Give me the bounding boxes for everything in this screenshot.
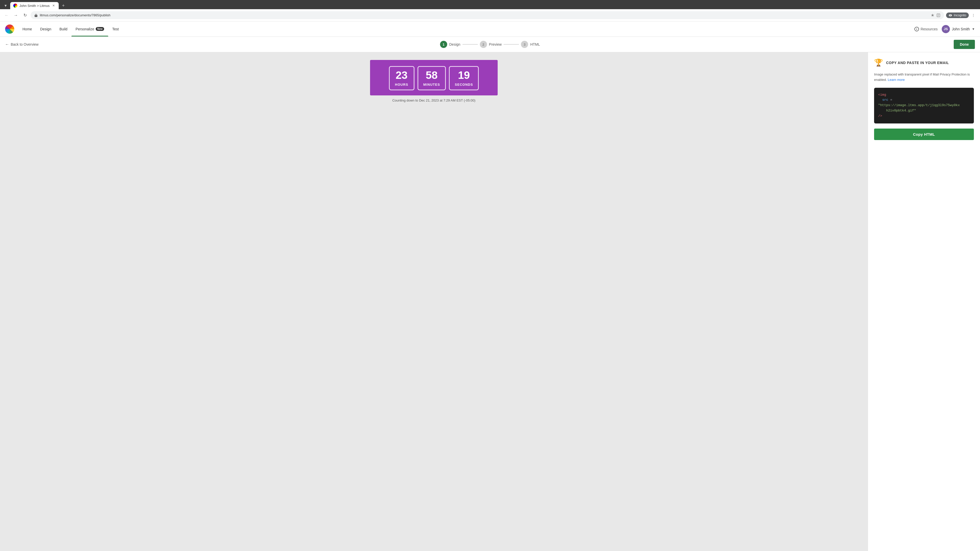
resources-label: Resources xyxy=(921,27,938,31)
user-menu[interactable]: JS John Smith ▼ xyxy=(942,25,975,33)
step-3-circle: 3 xyxy=(521,41,528,48)
lock-icon xyxy=(34,14,38,17)
preview-area: 23 HOURS 58 MINUTES 19 SECONDS Counting … xyxy=(0,52,868,551)
nav-personalize[interactable]: Personalize New xyxy=(72,21,108,37)
code-line-2: src = "https://image.ltms.app/t/j1qg3l9s… xyxy=(878,97,970,113)
main-nav: Home Design Build Personalize New Test xyxy=(18,21,123,37)
panel-header: 🏆 COPY AND PASTE IN YOUR EMAIL xyxy=(874,59,974,67)
tab-close-button[interactable]: ✕ xyxy=(52,3,56,8)
panel-title: COPY AND PASTE IN YOUR EMAIL xyxy=(886,61,949,65)
step-connector-2 xyxy=(504,44,519,44)
app-header: Home Design Build Personalize New Test i… xyxy=(0,21,980,37)
countdown-boxes: 23 HOURS 58 MINUTES 19 SECONDS xyxy=(389,66,479,90)
tab-list-button[interactable]: ▼ xyxy=(2,2,9,9)
incognito-label: Incognito xyxy=(954,14,966,17)
new-tab-button[interactable]: + xyxy=(60,2,67,9)
nav-home[interactable]: Home xyxy=(18,21,36,37)
active-tab[interactable]: John Smith > Litmus ✕ xyxy=(10,2,59,9)
main-layout: 23 HOURS 58 MINUTES 19 SECONDS Counting … xyxy=(0,52,980,551)
countdown-caption: Counting down to Dec 21, 2023 at 7:29 AM… xyxy=(392,98,476,102)
forward-button[interactable]: → xyxy=(12,12,19,19)
nav-build[interactable]: Build xyxy=(56,21,72,37)
incognito-indicator: Incognito xyxy=(946,13,969,18)
trophy-icon: 🏆 xyxy=(874,59,883,67)
minutes-label: MINUTES xyxy=(423,83,440,86)
minutes-number: 58 xyxy=(423,70,440,81)
bookmark-icon[interactable]: ★ xyxy=(931,13,934,17)
step-preview: 2 Preview xyxy=(480,41,502,48)
resources-icon: i xyxy=(915,27,919,32)
seconds-box: 19 SECONDS xyxy=(449,66,479,90)
seconds-number: 19 xyxy=(455,70,473,81)
step-connector-1 xyxy=(463,44,478,44)
code-line-1: <img xyxy=(878,92,970,98)
step-design: 1 Design xyxy=(440,41,460,48)
tab-bar: ▼ John Smith > Litmus ✕ + xyxy=(0,0,980,9)
sub-header: ← Back to Overview 1 Design 2 Preview 3 … xyxy=(0,37,980,52)
reader-mode-icon[interactable] xyxy=(936,13,940,17)
browser-controls: ← → ↻ litmus.com/personalize/documents/7… xyxy=(0,9,980,21)
code-block: <img src = "https://image.ltms.app/t/j1q… xyxy=(874,88,974,124)
step-2-label: Preview xyxy=(489,42,502,46)
hours-number: 23 xyxy=(395,70,409,81)
back-label: Back to Overview xyxy=(11,42,38,46)
step-1-label: Design xyxy=(449,42,460,46)
nav-design[interactable]: Design xyxy=(36,21,56,37)
copy-html-button[interactable]: Copy HTML xyxy=(874,129,974,140)
browser-right-controls: Incognito ⋮ xyxy=(946,12,977,19)
step-3-label: HTML xyxy=(530,42,540,46)
user-chevron-icon: ▼ xyxy=(972,27,975,31)
browser-chrome: ▼ John Smith > Litmus ✕ + ← → ↻ litmus.c… xyxy=(0,0,980,21)
incognito-icon xyxy=(948,14,952,17)
hours-box: 23 HOURS xyxy=(389,66,414,90)
app-logo[interactable] xyxy=(5,24,14,34)
reload-button[interactable]: ↻ xyxy=(21,12,29,19)
hours-label: HOURS xyxy=(395,83,409,86)
address-text: litmus.com/personalize/documents/7865/pu… xyxy=(40,13,929,17)
learn-more-link[interactable]: Learn more xyxy=(888,78,905,82)
right-panel: 🏆 COPY AND PASTE IN YOUR EMAIL Image rep… xyxy=(868,52,980,551)
tab-title: John Smith > Litmus xyxy=(19,4,49,8)
resources-link[interactable]: i Resources xyxy=(915,27,938,32)
privacy-notice: Image replaced with transparent pixel if… xyxy=(874,72,974,83)
user-avatar: JS xyxy=(942,25,950,33)
step-html: 3 HTML xyxy=(521,41,540,48)
personalize-badge: New xyxy=(96,27,104,31)
step-1-circle: 1 xyxy=(440,41,447,48)
code-line-3: /> xyxy=(878,114,970,119)
done-button[interactable]: Done xyxy=(954,40,975,49)
nav-test[interactable]: Test xyxy=(108,21,123,37)
back-to-overview-link[interactable]: ← Back to Overview xyxy=(5,42,38,47)
header-right: i Resources JS John Smith ▼ xyxy=(915,25,975,33)
address-icons: ★ xyxy=(931,13,940,17)
back-button[interactable]: ← xyxy=(3,12,10,19)
tab-favicon xyxy=(13,3,18,8)
minutes-box: 58 MINUTES xyxy=(417,66,446,90)
step-2-circle: 2 xyxy=(480,41,487,48)
steps-container: 1 Design 2 Preview 3 HTML xyxy=(440,41,540,48)
user-name-label: John Smith xyxy=(952,27,970,31)
countdown-widget: 23 HOURS 58 MINUTES 19 SECONDS xyxy=(370,60,498,95)
back-arrow-icon: ← xyxy=(5,42,9,47)
address-bar[interactable]: litmus.com/personalize/documents/7865/pu… xyxy=(30,11,944,19)
seconds-label: SECONDS xyxy=(455,83,473,86)
more-options-button[interactable]: ⋮ xyxy=(970,12,977,19)
